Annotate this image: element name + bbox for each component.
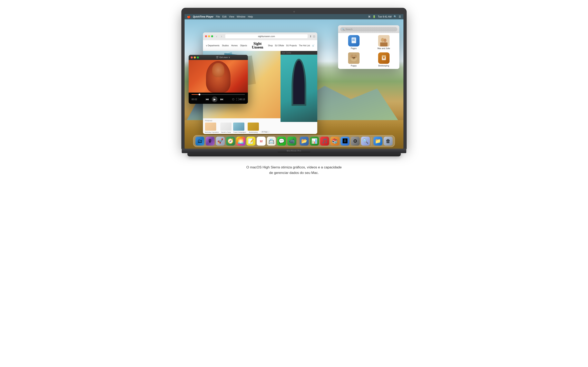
battery-icon: 🔋 [373,15,376,18]
nav-su-projects[interactable]: SU Projects [286,44,297,47]
apple-menu[interactable]: 🍎 [187,15,190,18]
search-icon: 🔍 [342,28,345,31]
nav-shop[interactable]: Shop [268,44,273,47]
dock-contacts[interactable]: 📇 [267,137,276,146]
share-button[interactable]: ⬆ [310,35,312,38]
qt-person-head [212,63,224,77]
nav-su-offsite[interactable]: SU Offsite [275,44,284,47]
menu-window[interactable]: Window [237,15,245,18]
finder-content: Pages Max and Julie [338,33,399,69]
qt-maximize[interactable] [197,57,199,58]
camera [293,11,295,12]
qt-controls: 00:02 ⏮ ▶ ⏭ ⬡ ⛶ -00:13 [189,92,248,104]
dock-safari[interactable]: 🧭 [226,137,235,146]
arch-arch [292,59,306,106]
caption: O macOS High Sierra otimiza gráficos, ví… [246,165,342,175]
back-button[interactable]: ‹ [215,34,218,38]
qt-rewind-button[interactable]: ⏮ [206,98,209,101]
dock-calendar[interactable]: 12 [257,137,266,146]
spotlight-icon[interactable]: 🔍 [394,15,397,18]
dock-facetime[interactable]: 📹 [287,137,296,146]
menu-file[interactable]: File [216,15,220,18]
dock-siri[interactable]: 🎙 [206,137,215,146]
qt-play-button[interactable]: ▶ [212,96,217,102]
macbook-label: MacBook Pro [287,150,301,152]
dock-launchpad[interactable]: 🚀 [216,137,225,146]
nav-homes[interactable]: Homes [231,44,238,47]
dock-system-prefs[interactable]: ⚙ [351,137,360,146]
nav-hotlist[interactable]: The Hot List [299,44,310,47]
dock-files[interactable]: 📂 [300,137,309,146]
dock-notes[interactable]: 📝 [246,137,255,146]
finder-chrome: 🔍 Search [338,25,399,33]
board-galapagos[interactable]: Travel Galapagos [233,123,246,133]
eye-candy-label: Eye Candy [281,51,317,55]
macbook-wrapper: 🍎 QuickTime Player File Edit View Window… [182,8,406,156]
finder-item-pages[interactable]: Pages [340,35,367,50]
quicktime-window: 🎬 Girl.mov ∨ 00:02 ⏮ [189,55,248,104]
nav-objects[interactable]: Objects [240,44,247,47]
finder-item-puppy[interactable]: Puppy [340,52,367,67]
finder-window: 🔍 Search [338,25,399,69]
dock-photos[interactable]: 🌅 [236,137,245,146]
pinterest-label: Pinterest [205,120,212,122]
qt-forward-button[interactable]: ⏭ [220,98,224,101]
macbook-bottom [187,153,401,156]
qt-minimize[interactable] [194,57,196,58]
beekeeping-icon [378,52,389,64]
screen-bezel: 🍎 QuickTime Player File Edit View Window… [182,8,406,149]
qt-fullscreen-button[interactable]: ⛶ [236,98,239,101]
qt-progress-bar[interactable] [191,94,245,95]
board-sarah[interactable]: Sarah's Party [220,123,232,133]
screen: 🍎 QuickTime Player File Edit View Window… [185,14,403,149]
dock-messages[interactable]: 💬 [277,137,286,146]
close-button[interactable] [205,35,207,37]
svg-point-6 [384,39,387,42]
qt-playback-buttons: ⏮ ▶ ⏭ [197,96,232,102]
qt-extra-buttons: ⬡ ⛶ [232,98,239,101]
menu-help[interactable]: Help [248,15,253,18]
qt-airplay-button[interactable]: ⬡ [232,98,234,101]
forward-button[interactable]: › [220,34,223,38]
finder-item-max-julie[interactable]: Max and Julie [370,35,397,50]
nav-departments[interactable]: ∨ Departments [206,44,219,47]
beekeeping-label: Beekeeping [378,65,389,67]
browser-nav: ‹ › [215,34,223,38]
svg-rect-16 [382,55,386,57]
menu-view[interactable]: View [229,15,234,18]
board-beekeeping[interactable]: Beekeeping [248,123,259,133]
dock-trash[interactable]: 🗑 [384,137,393,146]
pages-icon [348,35,360,47]
minimize-button[interactable] [208,35,210,37]
dock-finder[interactable]: 🗂 [195,137,204,146]
dock-spotlight[interactable]: 🔍 [361,137,370,146]
qt-progress-thumb[interactable] [199,94,200,95]
app-name[interactable]: QuickTime Player [193,15,214,18]
arch-sidebar-content [281,122,317,126]
finder-item-beekeeping[interactable]: Beekeeping [370,52,397,67]
menu-items: File Edit View Window Help [216,15,253,18]
finder-search[interactable]: 🔍 Search [340,27,397,31]
dock-appstore[interactable]: 🅰 [341,137,350,146]
qt-progress-fill [191,94,199,95]
nav-studios[interactable]: Studios [222,44,229,47]
cart-icon[interactable]: 🛒 [312,44,314,47]
maximize-button[interactable] [211,35,213,37]
new-tab-button[interactable]: ⊡ [313,35,315,38]
qt-time-remaining: -00:13 [239,98,245,100]
control-center-icon[interactable]: ☰ [399,15,401,18]
arch-photo [281,55,317,122]
dock-folder[interactable]: 📁 [373,137,382,146]
url-bar[interactable]: sightunseen.com [225,34,308,39]
dock-music[interactable]: 🎵 [320,137,329,146]
puppy-icon [348,52,360,64]
menu-edit[interactable]: Edit [222,15,227,18]
board-cupcakes[interactable]: Birthday Cupcakes [205,123,219,133]
window-controls [205,35,213,37]
dock-numbers[interactable]: 📊 [310,137,319,146]
qt-controls-row: 00:02 ⏮ ▶ ⏭ ⬡ ⛶ -00:13 [191,96,245,102]
dock-books[interactable]: 📚 [330,137,339,146]
qt-close[interactable] [191,57,193,58]
svg-point-17 [383,57,385,59]
all-tags-button[interactable]: All Tags... [260,131,270,133]
